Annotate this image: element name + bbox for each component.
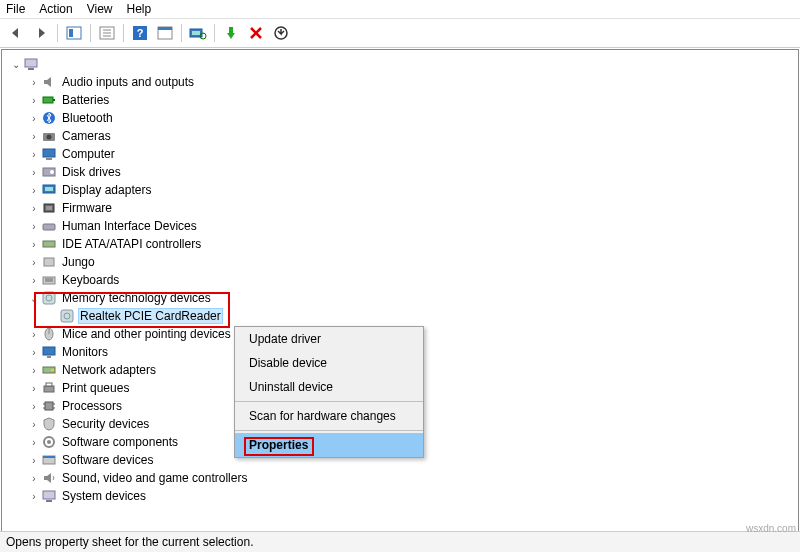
ide-icon (41, 236, 57, 252)
expand-icon[interactable]: › (28, 95, 40, 106)
tree-item-firmware[interactable]: ›Firmware (10, 199, 798, 217)
tree-item-keyboards[interactable]: ›Keyboards (10, 271, 798, 289)
tree-root[interactable]: ⌄ (10, 55, 798, 73)
expand-icon[interactable]: › (28, 131, 40, 142)
tree-item-batteries[interactable]: ›Batteries (10, 91, 798, 109)
expand-icon[interactable]: › (28, 113, 40, 124)
svg-rect-19 (43, 97, 53, 103)
expand-icon[interactable]: › (28, 491, 40, 502)
expand-icon[interactable]: › (28, 203, 40, 214)
forward-button[interactable] (30, 22, 52, 44)
back-button[interactable] (5, 22, 27, 44)
sound-icon (41, 470, 57, 486)
svg-rect-18 (28, 68, 34, 70)
tree-item-realtek-cardreader[interactable]: Realtek PCIE CardReader (10, 307, 798, 325)
tree-item-memory-tech[interactable]: ⌄Memory technology devices (10, 289, 798, 307)
action-button[interactable] (154, 22, 176, 44)
tree-item-ide[interactable]: ›IDE ATA/ATAPI controllers (10, 235, 798, 253)
tree-item-audio[interactable]: ›Audio inputs and outputs (10, 73, 798, 91)
menu-action[interactable]: Action (39, 2, 72, 16)
ctx-scan-hardware[interactable]: Scan for hardware changes (235, 404, 423, 428)
scan-hardware-button[interactable] (187, 22, 209, 44)
ctx-uninstall-device[interactable]: Uninstall device (235, 375, 423, 399)
svg-rect-11 (192, 31, 200, 35)
expand-icon[interactable]: › (28, 275, 40, 286)
security-icon (41, 416, 57, 432)
update-driver-button[interactable] (270, 22, 292, 44)
speaker-icon (41, 74, 57, 90)
expand-icon[interactable]: › (28, 149, 40, 160)
tree-item-hid[interactable]: ›Human Interface Devices (10, 217, 798, 235)
expand-icon[interactable]: › (28, 185, 40, 196)
svg-rect-29 (45, 187, 53, 191)
svg-rect-24 (43, 149, 55, 157)
svg-rect-40 (61, 310, 73, 322)
tree-item-cameras[interactable]: ›Cameras (10, 127, 798, 145)
tree-item-display-adapters[interactable]: ›Display adapters (10, 181, 798, 199)
svg-rect-49 (46, 383, 52, 386)
tree-item-system-devices[interactable]: ›System devices (10, 487, 798, 505)
network-icon (41, 362, 57, 378)
svg-rect-38 (43, 292, 55, 304)
component-icon (41, 434, 57, 450)
expand-icon[interactable]: › (28, 455, 40, 466)
tree-pane[interactable]: ⌄ ›Audio inputs and outputs ›Batteries ›… (1, 49, 799, 539)
memory-device-icon (41, 290, 57, 306)
cpu-icon (41, 398, 57, 414)
menu-view[interactable]: View (87, 2, 113, 16)
device-icon (41, 254, 57, 270)
expand-icon[interactable]: › (28, 347, 40, 358)
tree-item-bluetooth[interactable]: ›Bluetooth (10, 109, 798, 127)
uninstall-button[interactable] (245, 22, 267, 44)
collapse-icon[interactable]: ⌄ (10, 59, 22, 70)
expand-icon[interactable]: › (28, 329, 40, 340)
menu-help[interactable]: Help (127, 2, 152, 16)
separator (90, 24, 91, 42)
tree-item-disk-drives[interactable]: ›Disk drives (10, 163, 798, 181)
watermark: wsxdn.com (746, 523, 796, 534)
expand-icon[interactable]: › (28, 419, 40, 430)
expand-icon[interactable]: › (28, 383, 40, 394)
properties-button[interactable] (96, 22, 118, 44)
enable-button[interactable] (220, 22, 242, 44)
svg-point-27 (50, 170, 54, 174)
svg-rect-20 (53, 99, 55, 101)
status-bar: Opens property sheet for the current sel… (0, 531, 800, 552)
svg-rect-33 (43, 241, 55, 247)
show-hide-tree-button[interactable] (63, 22, 85, 44)
expand-icon[interactable]: › (28, 401, 40, 412)
tree-item-computer[interactable]: ›Computer (10, 145, 798, 163)
firmware-icon (41, 200, 57, 216)
menubar: File Action View Help (0, 0, 800, 19)
help-button[interactable]: ? (129, 22, 151, 44)
svg-rect-48 (44, 386, 54, 392)
svg-rect-47 (51, 369, 54, 371)
keyboard-icon (41, 272, 57, 288)
collapse-icon[interactable]: ⌄ (28, 293, 40, 304)
tree-item-jungo[interactable]: ›Jungo (10, 253, 798, 271)
expand-icon[interactable]: › (28, 257, 40, 268)
ctx-update-driver[interactable]: Update driver (235, 327, 423, 351)
expand-icon[interactable]: › (28, 167, 40, 178)
ctx-properties[interactable]: Properties (235, 433, 423, 457)
separator (235, 430, 423, 431)
expand-icon[interactable]: › (28, 365, 40, 376)
system-icon (41, 488, 57, 504)
ctx-disable-device[interactable]: Disable device (235, 351, 423, 375)
svg-rect-34 (44, 258, 54, 266)
camera-icon (41, 128, 57, 144)
software-device-icon (41, 452, 57, 468)
computer-icon (23, 56, 39, 72)
hid-icon (41, 218, 57, 234)
battery-icon (41, 92, 57, 108)
mouse-icon (41, 326, 57, 342)
expand-icon[interactable]: › (28, 473, 40, 484)
tree-item-sound[interactable]: ›Sound, video and game controllers (10, 469, 798, 487)
expand-icon[interactable]: › (28, 221, 40, 232)
expand-icon[interactable]: › (28, 77, 40, 88)
svg-rect-60 (46, 500, 52, 502)
expand-icon[interactable]: › (28, 437, 40, 448)
menu-file[interactable]: File (6, 2, 25, 16)
separator (214, 24, 215, 42)
expand-icon[interactable]: › (28, 239, 40, 250)
